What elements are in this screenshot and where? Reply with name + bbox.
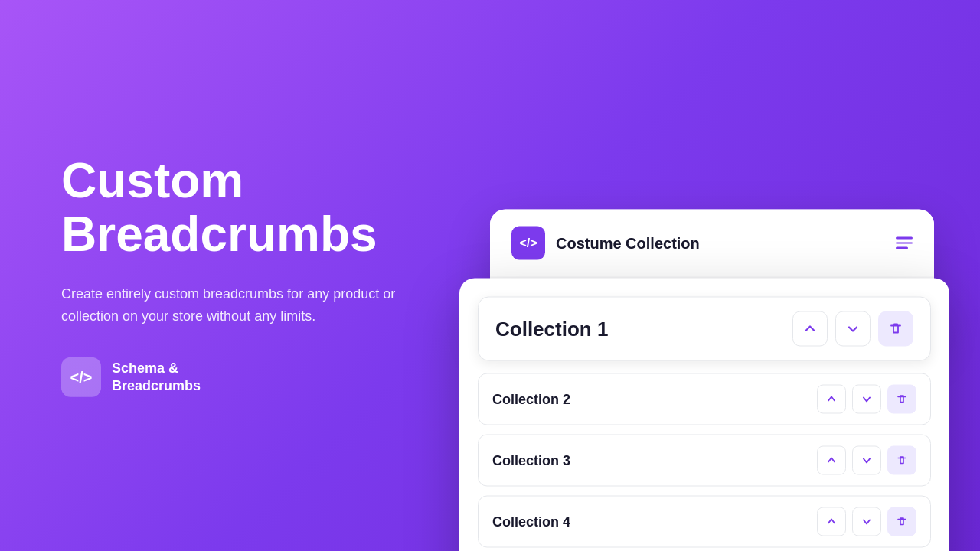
collection-item-2: Collection 2 — [478, 373, 931, 425]
chevron-up-icon — [826, 517, 837, 527]
chevron-down-icon — [846, 322, 860, 336]
collection-3-name: Collection 3 — [492, 452, 570, 468]
brand-name: Schema &Breadcrumbs — [112, 360, 201, 396]
collection-2-delete-button[interactable] — [887, 385, 916, 414]
chevron-down-icon — [861, 455, 872, 466]
collection-2-down-button[interactable] — [852, 385, 881, 414]
app-header-left: </> Costume Collection — [511, 227, 700, 260]
hero-description: Create entirely custom breadcrumbs for a… — [61, 283, 429, 328]
collection-4-down-button[interactable] — [852, 507, 881, 536]
mockup-container: </> Costume Collection Select Collection… — [490, 210, 934, 342]
collection-3-controls — [817, 446, 916, 475]
collection-1-controls — [792, 311, 913, 347]
hamburger-menu-icon[interactable] — [896, 237, 913, 249]
chevron-down-icon — [861, 394, 872, 405]
chevron-up-icon — [826, 455, 837, 466]
hero-title: CustomBreadcrumbs — [61, 154, 429, 262]
collection-4-delete-button[interactable] — [887, 507, 916, 536]
collection-item-3: Collection 3 — [478, 435, 931, 487]
collection-1-down-button[interactable] — [835, 311, 871, 347]
collection-4-name: Collection 4 — [492, 514, 570, 530]
collection-item-featured: Collection 1 — [478, 297, 931, 361]
brand-code-icon: </> — [70, 369, 93, 386]
collection-2-name: Collection 2 — [492, 391, 570, 407]
code-icon: </> — [519, 236, 537, 250]
chevron-up-icon — [826, 394, 837, 405]
collection-4-up-button[interactable] — [817, 507, 846, 536]
chevron-up-icon — [803, 322, 817, 336]
app-logo-icon: </> — [511, 227, 545, 260]
brand-badge: </> Schema &Breadcrumbs — [61, 357, 429, 397]
trash-icon — [889, 322, 903, 336]
collection-3-delete-button[interactable] — [887, 446, 916, 475]
hero-section: CustomBreadcrumbs Create entirely custom… — [61, 154, 429, 397]
collection-1-up-button[interactable] — [792, 311, 828, 347]
trash-icon — [897, 455, 907, 466]
brand-icon: </> — [61, 357, 101, 397]
trash-icon — [897, 517, 907, 527]
chevron-down-icon — [861, 517, 872, 527]
collection-4-controls — [817, 507, 916, 536]
collection-3-up-button[interactable] — [817, 446, 846, 475]
collection-3-down-button[interactable] — [852, 446, 881, 475]
app-title: Costume Collection — [556, 234, 700, 252]
collection-2-up-button[interactable] — [817, 385, 846, 414]
collection-2-controls — [817, 385, 916, 414]
collection-item-4: Collection 4 — [478, 496, 931, 548]
collection-1-delete-button[interactable] — [878, 311, 913, 347]
collection-1-name: Collection 1 — [495, 317, 608, 341]
trash-icon — [897, 394, 907, 405]
app-header: </> Costume Collection — [490, 210, 934, 277]
collections-card: Collection 1 — [459, 279, 949, 552]
